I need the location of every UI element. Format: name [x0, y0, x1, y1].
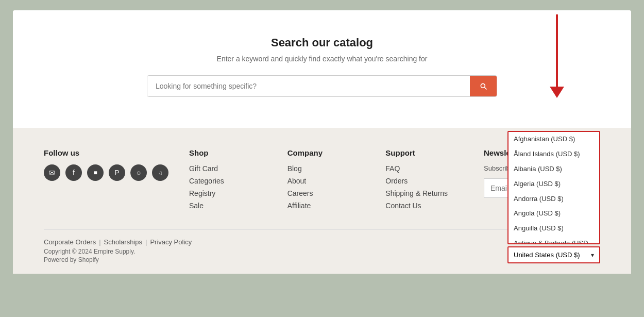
search-icon	[479, 82, 487, 90]
search-input[interactable]	[147, 76, 470, 96]
categories-link[interactable]: Categories	[189, 177, 224, 185]
sale-link[interactable]: Sale	[189, 202, 204, 210]
dropdown-item[interactable]: Afghanistan (USD $)	[509, 132, 599, 147]
country-dropdown-list[interactable]: Afghanistan (USD $)Åland Islands (USD $)…	[507, 131, 600, 244]
list-item: Orders	[385, 177, 463, 185]
email-icon[interactable]: ✉	[44, 164, 60, 181]
dropdown-item[interactable]: Åland Islands (USD $)	[509, 147, 599, 162]
selected-country-label: United States (USD $)	[514, 251, 580, 259]
support-title: Support	[385, 148, 463, 157]
footer-company: Company Blog About Careers Affiliate	[287, 148, 365, 214]
snapchat-icon[interactable]: ☺	[130, 164, 147, 181]
shipping-link[interactable]: Shipping & Returns	[385, 189, 448, 197]
company-links: Blog About Careers Affiliate	[287, 164, 365, 210]
list-item: Registry	[189, 189, 267, 197]
facebook-icon[interactable]: f	[65, 164, 82, 181]
careers-link[interactable]: Careers	[287, 189, 313, 197]
list-item: Categories	[189, 177, 267, 185]
list-item: Blog	[287, 164, 365, 173]
search-subtitle: Enter a keyword and quickly find exactly…	[23, 55, 621, 63]
orders-link[interactable]: Orders	[385, 177, 408, 185]
dropdown-item[interactable]: Algeria (USD $)	[509, 177, 599, 192]
list-item: Gift Card	[189, 164, 267, 173]
shop-title: Shop	[189, 148, 267, 157]
dropdown-item[interactable]: Andorra (USD $)	[509, 192, 599, 207]
pinterest-icon[interactable]: P	[109, 164, 125, 181]
gift-card-link[interactable]: Gift Card	[189, 164, 218, 173]
footer-follow-us: Follow us ✉ f ■ P ☺ ♫	[44, 148, 168, 214]
search-section: Search our catalog Enter a keyword and q…	[13, 10, 631, 128]
divider-1: |	[99, 238, 100, 246]
about-link[interactable]: About	[287, 177, 307, 185]
search-button[interactable]	[470, 76, 497, 96]
follow-us-title: Follow us	[44, 148, 168, 157]
search-title: Search our catalog	[23, 36, 621, 49]
list-item: Careers	[287, 189, 365, 197]
divider-2: |	[145, 238, 147, 246]
dropdown-item[interactable]: Albania (USD $)	[509, 162, 599, 177]
registry-link[interactable]: Registry	[189, 189, 215, 197]
red-arrow	[550, 14, 564, 98]
dropdown-item[interactable]: Angola (USD $)	[509, 206, 599, 221]
footer-shop: Shop Gift Card Categories Registry Sale	[189, 148, 267, 214]
chevron-down-icon: ▾	[591, 252, 594, 259]
footer-support: Support FAQ Orders Shipping & Returns Co…	[385, 148, 463, 214]
tiktok-icon[interactable]: ♫	[152, 164, 168, 181]
faq-link[interactable]: FAQ	[385, 164, 400, 173]
support-links: FAQ Orders Shipping & Returns Contact Us	[385, 164, 463, 210]
list-item: Shipping & Returns	[385, 189, 463, 197]
list-item: Sale	[189, 202, 267, 210]
dropdown-item[interactable]: Antigua & Barbuda (USD $)	[509, 236, 599, 244]
shop-links: Gift Card Categories Registry Sale	[189, 164, 267, 210]
list-item: About	[287, 177, 365, 185]
company-title: Company	[287, 148, 365, 157]
privacy-policy-link[interactable]: Privacy Policy	[150, 238, 192, 246]
arrow-head	[550, 87, 564, 98]
corporate-orders-link[interactable]: Corporate Orders	[44, 238, 96, 246]
instagram-icon[interactable]: ■	[87, 164, 104, 181]
list-item: Contact Us	[385, 202, 463, 210]
list-item: FAQ	[385, 164, 463, 173]
country-dropdown-wrapper: Afghanistan (USD $)Åland Islands (USD $)…	[507, 131, 600, 263]
arrow-line	[556, 14, 558, 87]
social-icons: ✉ f ■ P ☺ ♫	[44, 164, 168, 181]
affiliate-link[interactable]: Affiliate	[287, 202, 311, 210]
country-select-button[interactable]: United States (USD $) ▾	[507, 246, 600, 263]
search-bar	[147, 75, 497, 97]
blog-link[interactable]: Blog	[287, 164, 302, 173]
contact-us-link[interactable]: Contact Us	[385, 202, 421, 210]
scholarships-link[interactable]: Scholarships	[104, 238, 142, 246]
dropdown-item[interactable]: Anguilla (USD $)	[509, 221, 599, 236]
footer-section: Follow us ✉ f ■ P ☺ ♫ Shop Gift Card Cat…	[13, 128, 631, 274]
list-item: Affiliate	[287, 202, 365, 210]
